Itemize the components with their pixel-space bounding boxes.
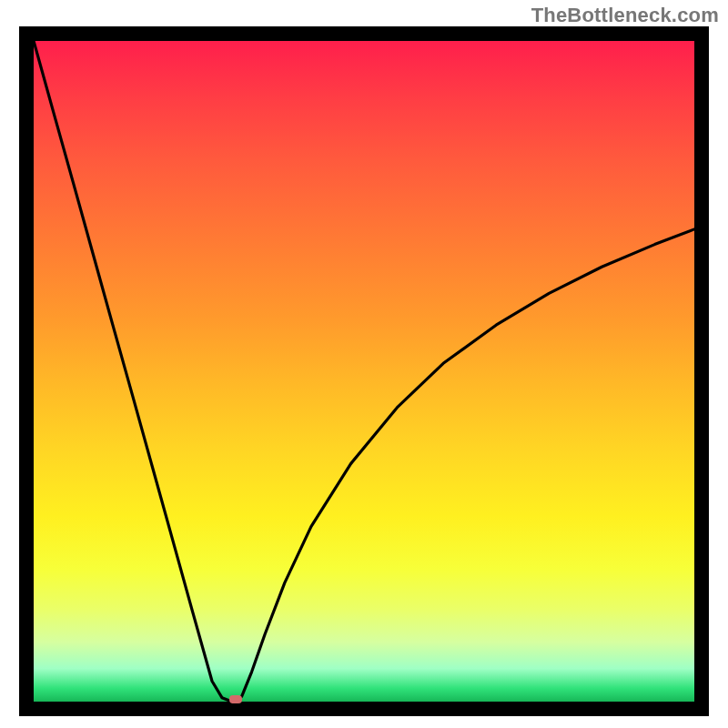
watermark-label: TheBottleneck.com [531, 4, 719, 27]
chart-stage: TheBottleneck.com [0, 0, 728, 728]
plot-background-gradient [34, 41, 694, 702]
